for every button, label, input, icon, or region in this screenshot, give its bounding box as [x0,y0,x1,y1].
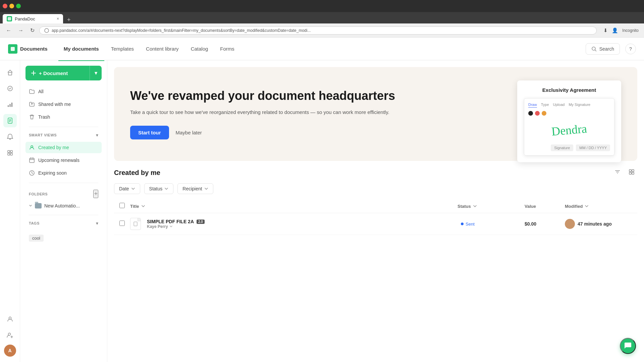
tab-my-documents[interactable]: My documents [58,43,104,54]
status-sort-icon [473,204,477,208]
doc-recipient[interactable]: Kaye Perry [147,224,205,229]
sidebar-item-team[interactable] [3,312,17,326]
lock-icon [44,28,49,33]
svg-rect-5 [8,72,12,75]
sidebar-item-created-by-me[interactable]: Created by me [25,142,102,153]
sig-dot-2 [535,111,540,116]
forward-btn[interactable]: → [16,26,25,35]
tab-forms[interactable]: Forms [215,43,240,54]
sidebar-all-label: All [38,89,44,94]
svg-rect-2 [11,47,15,51]
sidebar-upcoming-renewals-label: Upcoming renewals [38,158,79,163]
hero-text: We've revamped your document headquarter… [130,88,480,139]
browser-maximize-btn[interactable] [16,4,21,8]
sig-label: Signature [551,144,573,151]
download-icon-btn[interactable]: ⬇ [602,26,609,35]
address-bar[interactable]: app.pandadoc.com/a/#/documents-next?disp… [39,26,597,35]
logo-icon [8,44,17,54]
column-header-status[interactable]: Status [458,204,525,209]
user-avatar[interactable]: A [4,345,16,357]
tab-bar: PandaDoc × + [0,12,644,23]
search-button[interactable]: Search [586,43,620,55]
start-tour-button[interactable]: Start tour [130,126,169,139]
doc-list-actions [612,168,637,178]
doc-modified-wrapper: 47 minutes ago [565,219,612,229]
tab-content-library[interactable]: Content library [141,43,184,54]
sidebar-item-shared-with-me[interactable]: Shared with me [25,99,102,110]
chat-button[interactable] [620,338,636,354]
sidebar-item-upcoming-renewals[interactable]: Upcoming renewals [25,155,102,166]
doc-version-badge: 2.0 [197,220,205,224]
tag-cool[interactable]: cool [29,235,44,242]
doc-value: $0.00 [525,221,536,227]
tab-close-btn[interactable]: × [57,16,59,21]
recipient-filter-btn[interactable]: Recipient [177,183,213,194]
maybe-later-button[interactable]: Maybe later [176,130,202,135]
add-folder-button[interactable]: + [93,190,98,198]
hero-actions: Start tour Maybe later [130,126,480,139]
help-button[interactable]: ? [625,44,636,54]
app-logo: Documents [8,44,48,54]
user-icon [29,144,35,150]
sig-text: Dendra [551,121,587,138]
sidebar-item-all[interactable]: All [25,86,102,97]
svg-point-1 [45,28,49,33]
main-nav-tabs: My documents Templates Content library C… [58,43,586,54]
doc-name: SIMPLE PDF FILE 2A [147,219,194,224]
main-content: A + Document ▾ All Shared with me [0,60,644,362]
sidebar-item-notifications[interactable] [3,130,17,143]
back-btn[interactable]: ← [4,26,13,35]
refresh-btn[interactable]: ↻ [28,26,37,35]
sidebar-item-integrations[interactable] [3,146,17,160]
smart-views-toggle[interactable]: ▾ [96,132,98,138]
sidebar-item-trash[interactable]: Trash [25,111,102,123]
profile-icon-btn[interactable]: 👤 [610,26,620,35]
folder-icon [29,88,35,95]
table-header: Title Status Value Modified [114,199,637,213]
tab-catalog[interactable]: Catalog [185,43,214,54]
browser-minimize-btn[interactable] [9,4,14,8]
svg-rect-9 [11,103,12,107]
select-all-checkbox[interactable] [119,203,125,208]
table-select-all[interactable] [119,203,130,209]
folder-new-automation-label: New Automatio... [44,203,80,208]
layout-action-btn[interactable] [626,168,637,178]
sidebar-item-home[interactable] [3,66,17,79]
sidebar-item-analytics[interactable] [3,98,17,111]
browser-close-btn[interactable] [3,4,7,8]
create-document-dropdown-arrow[interactable]: ▾ [90,66,102,80]
sig-canvas: Dendra [528,118,610,142]
sidebar-item-documents[interactable] [3,114,17,127]
column-header-title[interactable]: Title [130,204,458,209]
main-area: We've revamped your document headquarter… [107,60,644,362]
status-filter-btn[interactable]: Status [144,183,174,194]
search-label: Search [599,46,614,52]
status-badge: Sent [458,220,478,228]
date-filter-btn[interactable]: Date [114,183,140,194]
row-checkbox-wrapper [119,221,130,227]
status-text: Sent [466,222,475,227]
row-checkbox[interactable] [119,221,125,226]
svg-rect-0 [8,17,11,20]
create-document-button[interactable]: + Document ▾ [25,66,102,80]
new-tab-btn[interactable]: + [64,16,73,23]
sidebar-folder-new-automation[interactable]: New Automatio... [25,201,102,211]
svg-rect-34 [629,170,631,172]
sidebar-separator-2 [29,183,98,183]
sidebar-item-add-user[interactable] [3,328,17,342]
hero-doc-title: Exclusivity Agreement [524,87,614,93]
column-header-modified[interactable]: Modified [565,204,632,209]
browser-tab-pandadoc[interactable]: PandaDoc × [3,14,63,23]
sidebar-item-expiring-soon[interactable]: Expiring soon [25,167,102,179]
hero-image: Exclusivity Agreement Draw Type Upload M… [494,80,621,147]
navigation-bar: ← → ↻ app.pandadoc.com/a/#/documents-nex… [0,23,644,38]
sig-bottom-row: Signature MM / DD / YYYY [528,144,610,151]
sidebar-item-tasks[interactable] [3,82,17,95]
tags-toggle[interactable]: ▾ [96,221,98,226]
tab-templates[interactable]: Templates [106,43,139,54]
sig-tab-mysig: My Signature [569,103,590,108]
incognito-label-btn[interactable]: Incognito [621,26,640,35]
filter-action-btn[interactable] [612,168,623,178]
folder-chevron-icon [29,204,32,207]
table-row[interactable]: SIMPLE PDF FILE 2A 2.0 Kaye Perry [114,213,637,235]
